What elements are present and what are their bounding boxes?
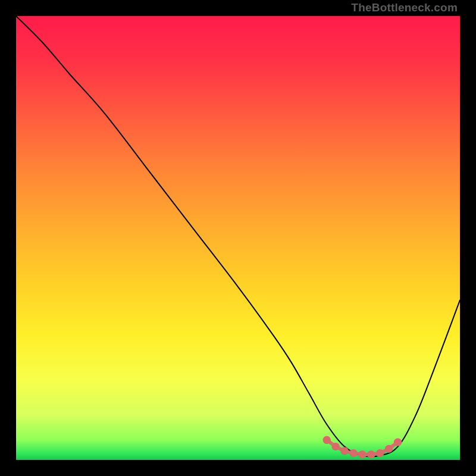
curve-layer — [16, 16, 460, 460]
svg-point-8 — [385, 445, 393, 453]
svg-point-1 — [322, 436, 330, 444]
svg-point-7 — [376, 449, 384, 457]
chart-frame: TheBottleneck.com — [0, 0, 476, 476]
plot-area — [16, 16, 460, 460]
svg-point-9 — [394, 438, 402, 446]
svg-point-4 — [349, 449, 357, 457]
svg-point-5 — [358, 450, 366, 458]
svg-point-6 — [367, 450, 375, 458]
svg-point-2 — [331, 443, 339, 450]
svg-point-3 — [340, 447, 348, 455]
optimal-region-markers — [322, 436, 402, 459]
bottleneck-curve — [16, 16, 460, 457]
watermark-text: TheBottleneck.com — [351, 2, 458, 13]
